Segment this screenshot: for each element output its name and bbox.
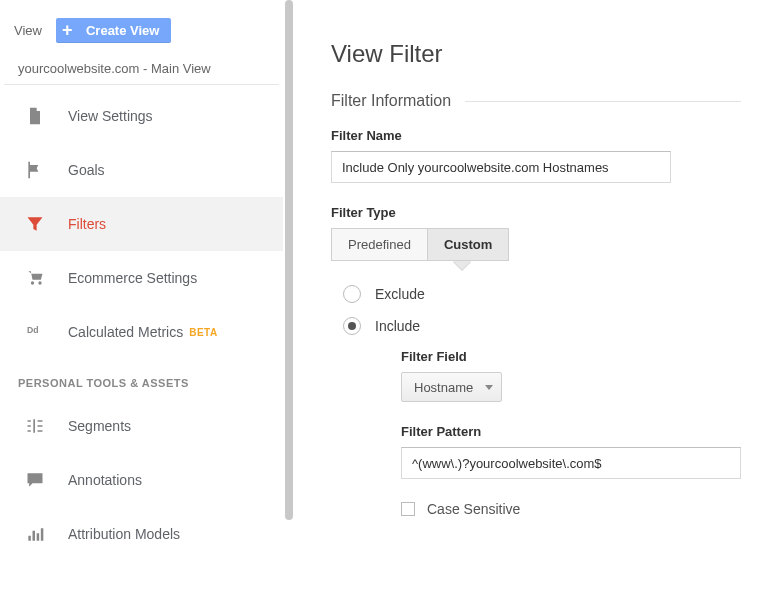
filter-pattern-label: Filter Pattern [401, 424, 741, 439]
dd-icon: Dd [24, 321, 46, 343]
sidebar-item-segments[interactable]: Segments [0, 399, 283, 453]
cart-icon [24, 267, 46, 289]
svg-text:Dd: Dd [27, 325, 39, 335]
tab-predefined[interactable]: Predefined [331, 228, 428, 261]
radio-icon [343, 285, 361, 303]
radio-label: Exclude [375, 286, 425, 302]
sidebar-item-view-settings[interactable]: View Settings [0, 89, 283, 143]
case-sensitive-checkbox[interactable]: Case Sensitive [343, 501, 741, 517]
beta-badge: BETA [189, 327, 217, 338]
sidebar-item-label: Segments [68, 418, 131, 434]
funnel-icon [24, 213, 46, 235]
sidebar-item-label: View Settings [68, 108, 153, 124]
scrollbar-thumb[interactable] [285, 0, 293, 520]
create-view-label: Create View [86, 23, 159, 38]
sidebar-item-goals[interactable]: Goals [0, 143, 283, 197]
filter-name-input[interactable] [331, 151, 671, 183]
segments-icon [24, 415, 46, 437]
scrollbar[interactable] [283, 0, 295, 602]
section-title-personal: PERSONAL TOOLS & ASSETS [0, 359, 283, 395]
checkbox-icon [401, 502, 415, 516]
sidebar-item-label: Annotations [68, 472, 142, 488]
page-title: View Filter [331, 40, 741, 68]
filter-name-label: Filter Name [331, 128, 741, 143]
plus-icon: + [62, 20, 73, 40]
sidebar-item-calculated-metrics[interactable]: Dd Calculated Metrics BETA [0, 305, 283, 359]
tab-custom[interactable]: Custom [428, 228, 509, 261]
filter-field-label: Filter Field [401, 349, 741, 364]
radio-icon [343, 317, 361, 335]
sidebar-item-label: Attribution Models [68, 526, 180, 542]
filter-pattern-input[interactable] [401, 447, 741, 479]
sidebar-item-ecommerce-settings[interactable]: Ecommerce Settings [0, 251, 283, 305]
sidebar-item-label: Filters [68, 216, 106, 232]
sidebar-item-annotations[interactable]: Annotations [0, 453, 283, 507]
page-icon [24, 105, 46, 127]
sidebar-item-label: Calculated Metrics [68, 324, 183, 340]
bars-icon [24, 523, 46, 545]
annotation-icon [24, 469, 46, 491]
filter-field-value: Hostname [414, 380, 473, 395]
radio-label: Include [375, 318, 420, 334]
create-view-button[interactable]: + Create View [56, 18, 171, 43]
filter-info-title: Filter Information [331, 92, 451, 110]
case-sensitive-label: Case Sensitive [427, 501, 520, 517]
sidebar-item-filters[interactable]: Filters [0, 197, 283, 251]
filter-type-tabs: Predefined Custom [331, 228, 509, 261]
sidebar-item-label: Ecommerce Settings [68, 270, 197, 286]
filter-field-select[interactable]: Hostname [401, 372, 502, 402]
radio-include[interactable]: Include [343, 317, 741, 335]
chevron-down-icon [485, 385, 493, 390]
divider [465, 101, 741, 102]
breadcrumb: yourcoolwebsite.com - Main View [4, 49, 279, 85]
filter-type-label: Filter Type [331, 205, 741, 220]
sidebar-item-label: Goals [68, 162, 105, 178]
view-label: View [14, 23, 42, 38]
sidebar-item-attribution-models[interactable]: Attribution Models [0, 507, 283, 561]
radio-exclude[interactable]: Exclude [343, 285, 741, 303]
flag-icon [24, 159, 46, 181]
